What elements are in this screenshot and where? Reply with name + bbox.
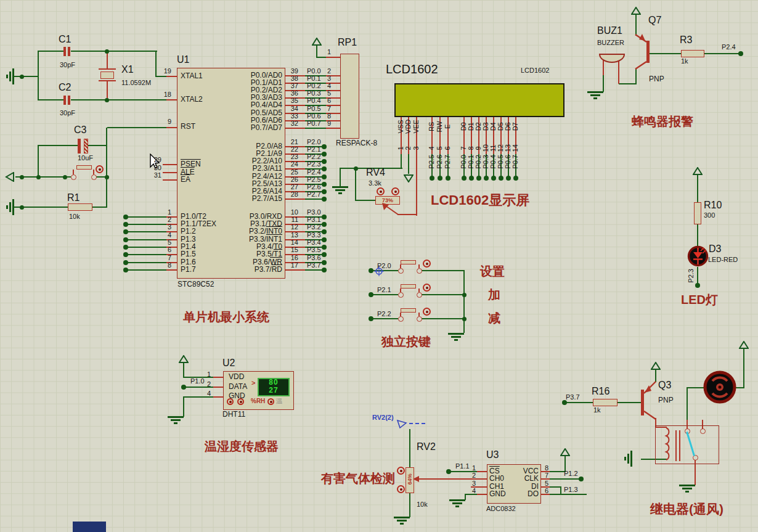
crystal-plate	[99, 80, 116, 81]
pin-label-overlined: RD	[272, 265, 282, 274]
transistor-q7[interactable]	[632, 31, 651, 72]
pin-label: DO	[505, 490, 539, 499]
switch-contact[interactable]	[417, 268, 422, 274]
pin-number: 28	[285, 190, 298, 198]
wire	[71, 99, 168, 100]
wire	[166, 99, 177, 100]
switch-contact[interactable]	[398, 292, 404, 298]
lcd-pin-name: D4	[489, 116, 497, 137]
crystal-body[interactable]	[100, 72, 114, 79]
resistor-r10[interactable]	[694, 202, 701, 224]
pin-number: 29	[148, 156, 161, 164]
junction-dot	[123, 260, 128, 265]
dht-part: DHT11	[222, 411, 245, 419]
dht-temp-button[interactable]	[267, 398, 274, 405]
key-button-actuator[interactable]	[423, 260, 431, 268]
key-button-cap[interactable]	[401, 308, 416, 313]
pin-number: 15	[285, 246, 298, 254]
pin-label: XTAL2	[181, 96, 203, 104]
buzzer-dome[interactable]	[597, 52, 627, 65]
led-d3[interactable]	[687, 245, 709, 268]
net-label: P3.4	[307, 239, 321, 247]
wire	[106, 128, 107, 178]
resistor-r1[interactable]	[68, 203, 92, 211]
switch-contact[interactable]	[71, 174, 76, 180]
wire	[213, 387, 223, 388]
capacitor-ref: C3	[74, 125, 86, 136]
net-label: P2.7	[444, 152, 452, 171]
junction-dot	[322, 215, 327, 219]
net-label: P1.2	[564, 470, 578, 478]
fan-motor[interactable]	[702, 369, 738, 405]
junction-dot	[123, 222, 128, 227]
probe-label: RV2(2)	[372, 414, 394, 422]
switch-contact[interactable]	[91, 174, 97, 180]
key-button-cap[interactable]	[401, 260, 416, 264]
power-arrow-icon	[631, 6, 641, 17]
junction-dot	[695, 283, 700, 288]
switch-contact[interactable]	[700, 428, 706, 434]
key-button-cap[interactable]	[401, 284, 416, 289]
wire	[650, 53, 682, 54]
rp1-pin-number: 4	[327, 82, 331, 90]
buzzer-ref: BUZ1	[597, 25, 622, 36]
junction-dot	[322, 144, 327, 149]
lcd-pin-name: D6	[504, 116, 512, 137]
reset-button-cap[interactable]	[76, 165, 92, 170]
junction-dot	[369, 316, 373, 321]
pin-number: 30	[148, 164, 161, 172]
transistor-q3[interactable]	[640, 377, 658, 422]
pot-rv2-increment[interactable]	[397, 467, 405, 475]
pot-rv4-decrement[interactable]	[377, 187, 385, 195]
lcd-screen[interactable]	[394, 83, 564, 117]
resistor-ref: R10	[704, 200, 722, 211]
resistor-value: 10k	[69, 213, 80, 221]
net-label: P1.3	[564, 486, 578, 494]
wire	[155, 76, 168, 77]
wire	[401, 154, 402, 169]
wire	[285, 128, 306, 129]
switch-contact[interactable]	[398, 316, 404, 322]
junction-dot	[123, 237, 128, 242]
switch-contact[interactable]	[417, 316, 422, 322]
respack-rp1[interactable]	[340, 54, 359, 139]
key-button-actuator[interactable]	[423, 308, 431, 316]
junction-dot	[322, 152, 327, 157]
pin-number: 3	[463, 480, 476, 488]
wire	[166, 76, 177, 77]
junction-dot	[105, 175, 109, 179]
rp1-pin-number: 8	[327, 112, 331, 120]
pot-rv2-decrement[interactable]	[397, 485, 405, 493]
wire	[183, 396, 184, 417]
pin-label: GND	[229, 392, 245, 401]
led-part: LED-RED	[708, 256, 738, 264]
keys-caption: 独立按键	[381, 335, 431, 349]
reset-button-actuator[interactable]	[96, 165, 104, 173]
wire	[305, 198, 324, 200]
lcd-pin-name: RS	[428, 116, 436, 137]
switch-contact[interactable]	[398, 268, 404, 274]
voltage-probe-icon	[396, 419, 407, 429]
key-button-actuator[interactable]	[423, 284, 431, 292]
rp1-pin-number: 5	[327, 89, 331, 97]
pin-number: 34	[285, 105, 298, 113]
pin-number: 2	[158, 216, 171, 224]
junction-dot	[322, 245, 327, 250]
resistor-r16[interactable]	[593, 399, 617, 406]
pin-number: 5	[158, 239, 171, 247]
capacitor-plate	[78, 139, 81, 153]
pot-rv4-increment[interactable]	[391, 187, 399, 195]
junction-dot	[123, 252, 128, 257]
junction-dot	[105, 98, 109, 102]
pin-number: 18	[158, 91, 171, 99]
pin-number: 6	[158, 246, 171, 254]
switch-contact[interactable]	[417, 292, 422, 298]
lcd-pin-name: VDD	[404, 116, 412, 137]
resistor-r3[interactable]	[681, 50, 704, 57]
pin-label-overlined: INT0	[266, 227, 282, 235]
chip-part: STC89C52	[177, 280, 214, 289]
pin-number: 2	[203, 380, 211, 388]
net-label: P0.5	[307, 105, 321, 113]
ground-icon	[449, 499, 465, 508]
pin-label: VDD	[229, 373, 244, 382]
